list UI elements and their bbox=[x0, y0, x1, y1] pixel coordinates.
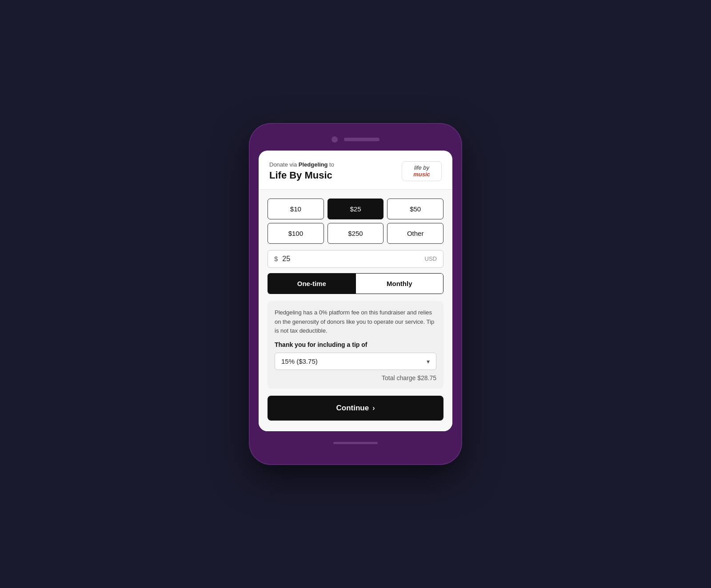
chevron-right-icon: › bbox=[372, 404, 375, 412]
phone-speaker bbox=[344, 138, 379, 141]
amount-grid: $10 $25 $50 $100 $250 Other bbox=[268, 199, 443, 244]
amount-btn-250[interactable]: $250 bbox=[328, 223, 384, 244]
amount-btn-50[interactable]: $50 bbox=[387, 199, 443, 219]
phone-top-bar bbox=[259, 136, 452, 143]
logo-life: life bbox=[414, 164, 423, 171]
chevron-down-icon: ▾ bbox=[427, 358, 430, 365]
amount-btn-25[interactable]: $25 bbox=[328, 199, 384, 219]
phone-bottom bbox=[259, 438, 452, 447]
amount-btn-other[interactable]: Other bbox=[387, 223, 443, 244]
currency-symbol: $ bbox=[274, 255, 278, 262]
amount-input[interactable] bbox=[282, 255, 424, 263]
donate-to-label: to bbox=[328, 161, 334, 168]
frequency-row: One-time Monthly bbox=[268, 273, 443, 294]
tip-label: Thank you for including a tip of bbox=[275, 341, 436, 348]
tip-select-row: 15% ($3.75) 10% ($2.50) 20% ($5.00) 0% (… bbox=[275, 353, 436, 370]
phone-screen: Donate via Pledgeling to Life By Music l… bbox=[259, 151, 452, 432]
amount-btn-100[interactable]: $100 bbox=[268, 223, 324, 244]
tip-select[interactable]: 15% ($3.75) 10% ($2.50) 20% ($5.00) 0% (… bbox=[281, 358, 427, 365]
phone-camera bbox=[332, 136, 338, 143]
amount-input-row: $ USD bbox=[268, 250, 443, 268]
total-charge: Total charge $28.75 bbox=[275, 374, 436, 381]
tip-section: Pledgeling has a 0% platform fee on this… bbox=[268, 301, 443, 389]
org-logo: life bymusic bbox=[402, 161, 442, 181]
logo-music: music bbox=[413, 171, 430, 178]
continue-button[interactable]: Continue › bbox=[268, 396, 443, 421]
continue-label: Continue bbox=[336, 404, 369, 413]
phone-frame: Donate via Pledgeling to Life By Music l… bbox=[249, 123, 462, 465]
donate-body: $10 $25 $50 $100 $250 Other $ USD One-ti… bbox=[259, 190, 452, 431]
donate-subtitle: Donate via Pledgeling to bbox=[269, 161, 334, 168]
donate-header: Donate via Pledgeling to Life By Music l… bbox=[259, 151, 452, 190]
amount-btn-10[interactable]: $10 bbox=[268, 199, 324, 219]
freq-btn-monthly[interactable]: Monthly bbox=[356, 273, 444, 294]
logo-by: by bbox=[423, 164, 429, 171]
header-text: Donate via Pledgeling to Life By Music bbox=[269, 161, 334, 181]
platform-name: Pledgeling bbox=[299, 161, 328, 168]
home-indicator bbox=[333, 442, 378, 444]
freq-btn-onetime[interactable]: One-time bbox=[268, 273, 356, 294]
currency-label: USD bbox=[425, 255, 437, 262]
donate-via-label: Donate via bbox=[269, 161, 299, 168]
tip-description: Pledgeling has a 0% platform fee on this… bbox=[275, 308, 436, 336]
org-name: Life By Music bbox=[269, 170, 334, 181]
